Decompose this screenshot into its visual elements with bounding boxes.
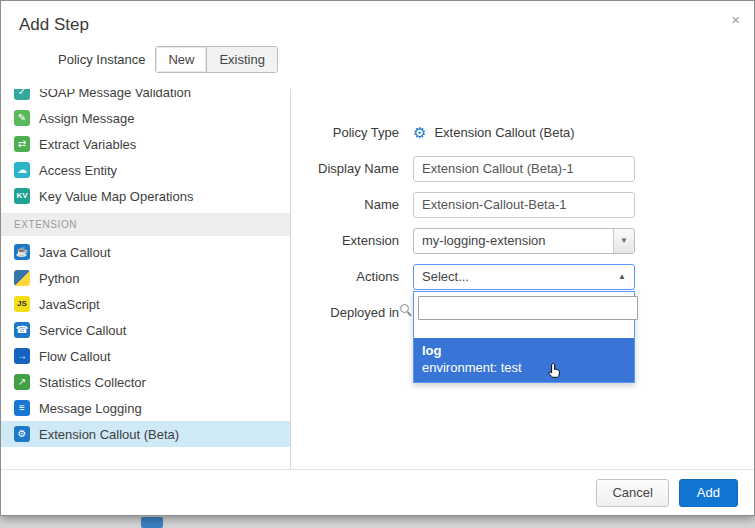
actions-search	[418, 298, 638, 315]
policy-item-statistics-collector[interactable]: ↗ Statistics Collector	[1, 369, 290, 395]
actions-combobox-value: Select...	[422, 269, 469, 284]
policy-item-message-logging[interactable]: ≡ Message Logging	[1, 395, 290, 421]
policy-item-label: Key Value Map Operations	[39, 189, 193, 204]
action-option-name: log	[422, 342, 626, 359]
deployed-in-label: Deployed in	[291, 305, 399, 320]
policy-item-label: Flow Callout	[39, 349, 111, 364]
flow-callout-icon: →	[14, 348, 30, 364]
policy-type-value: ⚙ Extension Callout (Beta)	[413, 125, 575, 140]
policy-item-label: Access Entity	[39, 163, 117, 178]
soap-message-validation-icon: ✓	[14, 89, 30, 100]
extension-label: Extension	[291, 233, 399, 248]
policy-item-label: Service Callout	[39, 323, 126, 338]
add-button[interactable]: Add	[679, 479, 738, 507]
policy-list: ✓ SOAP Message Validation ✎ Assign Messa…	[1, 89, 291, 469]
policy-instance-existing-button[interactable]: Existing	[206, 47, 277, 72]
python-icon	[14, 270, 30, 286]
display-name-input[interactable]	[413, 156, 635, 182]
policy-item-label: JavaScript	[39, 297, 100, 312]
extension-section-header: EXTENSION	[1, 213, 290, 236]
background-icon	[141, 517, 163, 528]
policy-item-label: Extract Variables	[39, 137, 136, 152]
policy-item-flow-callout[interactable]: → Flow Callout	[1, 343, 290, 369]
policy-item-access-entity[interactable]: ☁ Access Entity	[1, 157, 290, 183]
access-entity-icon: ☁	[14, 162, 30, 178]
policy-item-label: Extension Callout (Beta)	[39, 427, 179, 442]
policy-instance-toggle: New Existing	[155, 46, 278, 73]
name-row: Name	[291, 191, 754, 218]
actions-control: Select... ▲ log environment: test	[413, 264, 635, 290]
policy-item-assign-message[interactable]: ✎ Assign Message	[1, 105, 290, 131]
policy-item-extension-callout-beta[interactable]: ⚙ Extension Callout (Beta)	[1, 421, 290, 447]
policy-item-label: SOAP Message Validation	[39, 89, 191, 100]
policy-item-java-callout[interactable]: ☕ Java Callout	[1, 239, 290, 265]
policy-item-label: Java Callout	[39, 245, 111, 260]
policy-item-label: Statistics Collector	[39, 375, 146, 390]
display-name-row: Display Name	[291, 155, 754, 182]
background-page	[0, 516, 755, 528]
policy-form: Policy Type ⚙ Extension Callout (Beta) D…	[291, 89, 754, 469]
javascript-icon: JS	[14, 296, 30, 312]
extension-callout-icon: ⚙	[14, 426, 30, 442]
add-step-modal: Add Step × Policy Instance New Existing …	[0, 0, 755, 516]
policy-type-row: Policy Type ⚙ Extension Callout (Beta)	[291, 119, 754, 146]
message-logging-icon: ≡	[14, 400, 30, 416]
close-icon[interactable]: ×	[731, 12, 740, 27]
policy-item-key-value-map-operations[interactable]: KV Key Value Map Operations	[1, 183, 290, 209]
actions-row: Actions Select... ▲ log environment:	[291, 263, 754, 290]
modal-content: ✓ SOAP Message Validation ✎ Assign Messa…	[1, 89, 754, 469]
actions-search-input[interactable]	[418, 296, 638, 320]
policy-item-python[interactable]: Python	[1, 265, 290, 291]
policy-type-label: Policy Type	[291, 125, 399, 140]
policy-instance-row: Policy Instance New Existing	[1, 39, 754, 83]
actions-dropdown: log environment: test	[413, 291, 635, 383]
policy-type-icon: ⚙	[413, 125, 426, 140]
search-icon	[400, 304, 409, 313]
display-name-label: Display Name	[291, 161, 399, 176]
cancel-button[interactable]: Cancel	[596, 479, 668, 507]
actions-label: Actions	[291, 269, 399, 284]
policy-item-label: Assign Message	[39, 111, 134, 126]
modal-footer: Cancel Add	[1, 469, 754, 515]
key-value-map-operations-icon: KV	[14, 188, 30, 204]
chevron-down-icon: ▼	[613, 229, 634, 253]
extension-row: Extension my-logging-extension ▼	[291, 227, 754, 254]
cursor-pointer-icon	[546, 362, 564, 380]
policy-type-text: Extension Callout (Beta)	[434, 125, 574, 140]
java-callout-icon: ☕	[14, 244, 30, 260]
policy-item-soap-message-validation[interactable]: ✓ SOAP Message Validation	[1, 89, 290, 105]
policy-item-service-callout[interactable]: ☎ Service Callout	[1, 317, 290, 343]
name-label: Name	[291, 197, 399, 212]
action-option-log[interactable]: log environment: test	[414, 338, 634, 382]
policy-instance-new-button[interactable]: New	[156, 47, 206, 72]
name-input[interactable]	[413, 192, 635, 218]
modal-title: Add Step	[19, 15, 89, 34]
statistics-collector-icon: ↗	[14, 374, 30, 390]
policy-instance-label: Policy Instance	[58, 52, 145, 67]
policy-item-label: Python	[39, 271, 79, 286]
policy-item-javascript[interactable]: JS JavaScript	[1, 291, 290, 317]
extension-select[interactable]: my-logging-extension ▼	[413, 228, 635, 254]
assign-message-icon: ✎	[14, 110, 30, 126]
policy-item-label: Message Logging	[39, 401, 142, 416]
actions-combobox[interactable]: Select... ▲	[413, 264, 635, 290]
extension-select-value: my-logging-extension	[414, 233, 613, 248]
extract-variables-icon: ⇄	[14, 136, 30, 152]
chevron-up-icon: ▲	[618, 272, 626, 281]
modal-header: Add Step ×	[1, 1, 754, 39]
action-option-description: environment: test	[422, 359, 626, 376]
service-callout-icon: ☎	[14, 322, 30, 338]
policy-item-extract-variables[interactable]: ⇄ Extract Variables	[1, 131, 290, 157]
